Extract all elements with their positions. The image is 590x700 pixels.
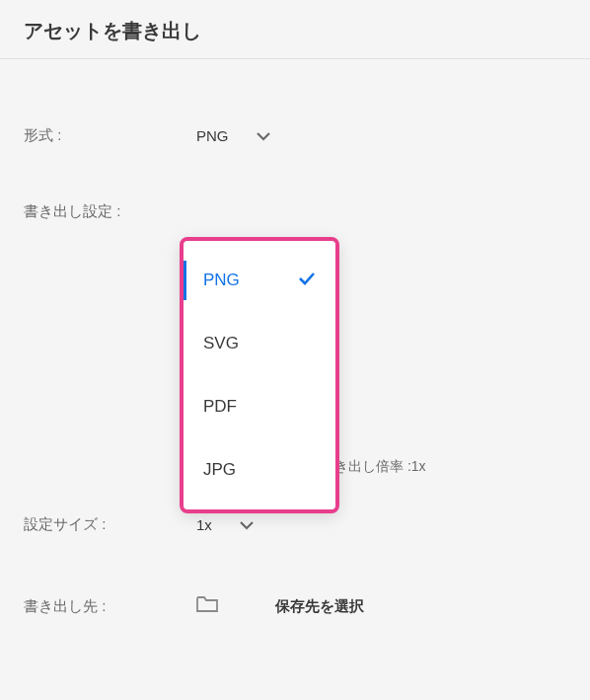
dropdown-option-label: JPG — [203, 460, 236, 480]
folder-icon — [196, 595, 218, 617]
chevron-down-icon — [240, 516, 254, 534]
size-selected-value: 1x — [196, 516, 212, 533]
design-size-row: 設定サイズ : 1x — [24, 515, 566, 534]
dialog-title: アセットを書き出し — [24, 18, 566, 44]
dropdown-option-jpg[interactable]: JPG — [184, 438, 335, 502]
dialog-header: アセットを書き出し — [0, 0, 590, 59]
chevron-down-icon — [257, 127, 270, 145]
dialog-content: 形式 : PNG 書き出し設定 : ノ id PNG SVG PDF JPG 選… — [0, 59, 590, 661]
destination-label: 書き出し先 : — [24, 597, 196, 616]
destination-text: 保存先を選択 — [275, 597, 364, 616]
format-row: 形式 : PNG — [24, 126, 566, 145]
dropdown-option-svg[interactable]: SVG — [184, 312, 335, 375]
format-selected-value: PNG — [196, 127, 229, 144]
check-icon — [298, 271, 316, 290]
dropdown-option-png[interactable]: PNG — [184, 249, 335, 312]
dropdown-option-pdf[interactable]: PDF — [184, 375, 335, 438]
format-select[interactable]: PNG — [196, 127, 270, 145]
export-settings-label: 書き出し設定 : — [24, 202, 196, 221]
dropdown-option-label: PNG — [203, 271, 240, 290]
dropdown-option-label: SVG — [203, 334, 239, 353]
destination-row: 書き出し先 : 保存先を選択 — [24, 595, 566, 617]
size-select[interactable]: 1x — [196, 516, 254, 534]
format-label: 形式 : — [24, 126, 196, 145]
design-size-label: 設定サイズ : — [24, 515, 196, 534]
format-dropdown: PNG SVG PDF JPG — [180, 237, 339, 513]
dropdown-option-label: PDF — [203, 397, 237, 417]
destination-picker[interactable]: 保存先を選択 — [196, 595, 364, 617]
export-settings-row: 書き出し設定 : — [24, 202, 566, 221]
